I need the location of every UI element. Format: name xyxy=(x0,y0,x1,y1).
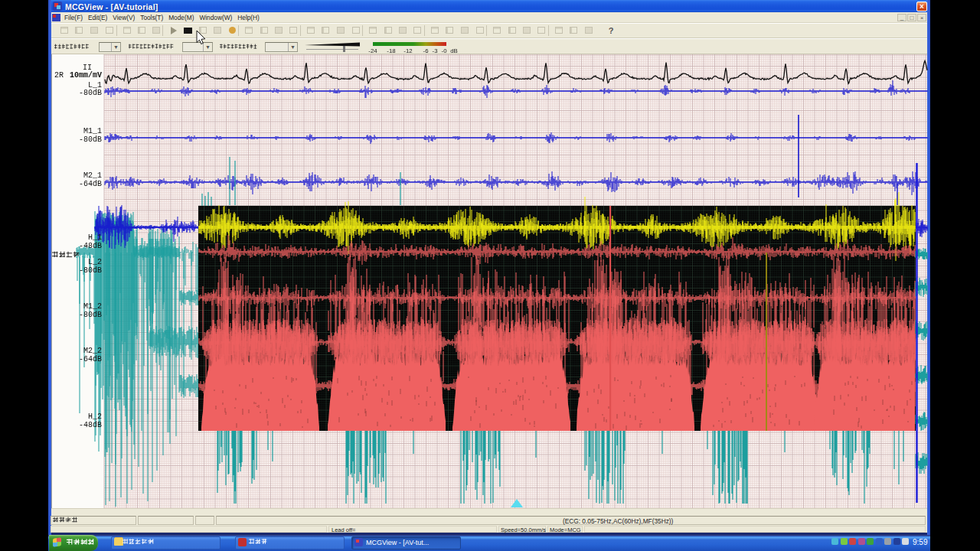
svg-text:-48dB: -48dB xyxy=(79,421,102,429)
svg-text:-80dB: -80dB xyxy=(79,311,102,319)
svg-text:M1_2: M1_2 xyxy=(83,302,102,311)
svg-text:-64dB: -64dB xyxy=(79,355,102,364)
svg-text:H_2: H_2 xyxy=(88,412,102,421)
svg-text:M2_1: M2_1 xyxy=(83,171,102,180)
svg-text:-48dB: -48dB xyxy=(79,242,102,250)
svg-text:-80dB: -80dB xyxy=(79,135,102,144)
svg-text:10mm/mV: 10mm/mV xyxy=(70,71,102,80)
svg-text:L_2: L_2 xyxy=(88,258,102,266)
svg-text:-18: -18 xyxy=(387,47,395,54)
svg-text:-6: -6 xyxy=(423,47,429,54)
svg-text:M1_1: M1_1 xyxy=(83,127,102,135)
svg-text:-24: -24 xyxy=(368,47,377,54)
svg-text:-12: -12 xyxy=(403,47,412,54)
svg-text:dB: dB xyxy=(450,47,458,54)
svg-text:-80dB: -80dB xyxy=(79,89,102,97)
svg-text:-80dB: -80dB xyxy=(79,266,102,275)
svg-text:-0: -0 xyxy=(442,47,448,54)
svg-text:-64dB: -64dB xyxy=(79,180,102,188)
svg-text:-3: -3 xyxy=(433,47,438,54)
svg-text:M2_2: M2_2 xyxy=(83,347,102,355)
svg-text:H_1: H_1 xyxy=(88,233,102,242)
svg-text:2R: 2R xyxy=(54,71,64,80)
